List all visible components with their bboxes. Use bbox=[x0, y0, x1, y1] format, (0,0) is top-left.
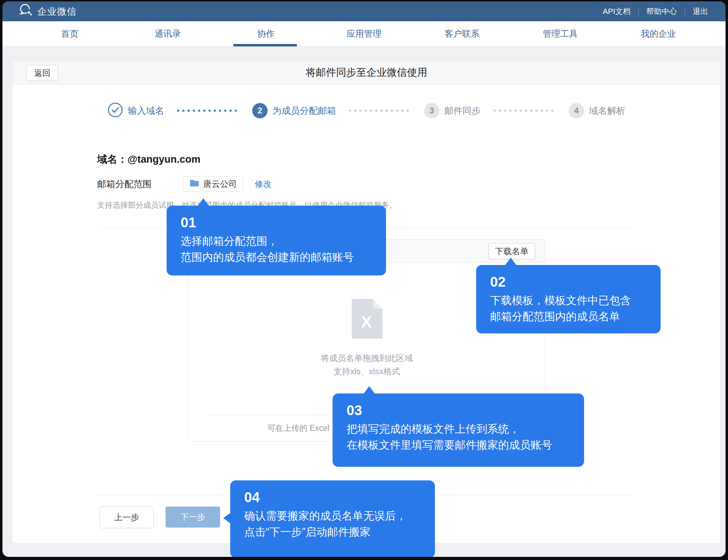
tab-home[interactable]: 首页 bbox=[21, 21, 119, 46]
main-nav: 首页 通讯录 协作 应用管理 客户联系 管理工具 我的企业 bbox=[2, 21, 726, 46]
divider bbox=[638, 8, 639, 15]
step-label: 输入域名 bbox=[128, 105, 164, 117]
modify-link[interactable]: 修改 bbox=[255, 178, 271, 190]
step-number-badge: 2 bbox=[252, 103, 268, 118]
stepper-connector bbox=[177, 109, 240, 112]
step-label: 域名解析 bbox=[589, 105, 625, 117]
logout-link[interactable]: 退出 bbox=[691, 6, 709, 17]
domain-value: @tangyun.com bbox=[128, 154, 201, 165]
active-tab-underline bbox=[233, 44, 297, 46]
domain-label: 域名： bbox=[97, 154, 128, 165]
help-center-link[interactable]: 帮助中心 bbox=[645, 6, 678, 17]
download-list-button[interactable]: 下载名单 bbox=[488, 243, 535, 259]
drop-instruction: 将成员名单拖拽到此区域 bbox=[189, 353, 545, 364]
guide-tooltip-02: 02 下载模板，模板文件中已包含 邮箱分配范围内的成员名单 bbox=[476, 265, 661, 333]
window-frame: 企业微信 API文档 帮助中心 退出 首页 通讯录 协作 应用管理 客户联系 管… bbox=[0, 0, 728, 560]
folder-icon bbox=[190, 179, 199, 189]
scope-department-chip[interactable]: 唐云公司 bbox=[183, 176, 243, 192]
tooltip-arrow-left bbox=[223, 513, 231, 524]
tooltip-arrow-up bbox=[197, 198, 209, 206]
tooltip-text: 在模板文件里填写需要邮件搬家的成员账号 bbox=[347, 437, 570, 453]
tooltip-number: 04 bbox=[244, 489, 421, 505]
step-assign-mailbox: 2 为成员分配邮箱 bbox=[252, 103, 336, 118]
guide-tooltip-03: 03 把填写完成的模板文件上传到系统， 在模板文件里填写需要邮件搬家的成员账号 bbox=[333, 393, 584, 467]
guide-tooltip-01: 01 选择邮箱分配范围， 范围内的成员都会创建新的邮箱账号 bbox=[167, 206, 386, 275]
panel-footer-note: 可在上传的 Excel bbox=[267, 423, 329, 434]
brand-logo[interactable]: 企业微信 bbox=[19, 3, 77, 19]
step-domain-resolution: 4 域名解析 bbox=[569, 103, 625, 118]
tooltip-text: 点击“下一步”启动邮件搬家 bbox=[244, 524, 421, 540]
tab-contacts[interactable]: 通讯录 bbox=[119, 21, 217, 46]
scope-department-name: 唐云公司 bbox=[203, 178, 237, 190]
tooltip-text: 把填写完成的模板文件上传到系统， bbox=[347, 421, 570, 437]
tooltip-arrow-up bbox=[505, 258, 517, 266]
step-mail-sync: 3 邮件同步 bbox=[424, 103, 481, 118]
topbar: 企业微信 API文档 帮助中心 退出 bbox=[2, 1, 726, 21]
wizard-stepper: 输入域名 2 为成员分配邮箱 3 邮件同步 4 域名解析 bbox=[13, 102, 720, 119]
tooltip-text: 确认需要搬家的成员名单无误后， bbox=[244, 508, 421, 524]
tooltip-text: 范围内的成员都会创建新的邮箱账号 bbox=[181, 249, 372, 265]
tooltip-number: 02 bbox=[490, 274, 647, 290]
app-screen: 企业微信 API文档 帮助中心 退出 首页 通讯录 协作 应用管理 客户联系 管… bbox=[2, 1, 726, 557]
scope-label: 邮箱分配范围 bbox=[97, 178, 152, 190]
check-circle-icon bbox=[108, 102, 123, 119]
tooltip-number: 01 bbox=[181, 215, 372, 230]
step-number-badge: 3 bbox=[424, 103, 439, 118]
tooltip-number: 03 bbox=[347, 403, 570, 418]
step-enter-domain: 输入域名 bbox=[108, 102, 164, 119]
brand-name: 企业微信 bbox=[37, 5, 77, 18]
step-number-badge: 4 bbox=[569, 103, 584, 118]
stepper-connector bbox=[349, 109, 412, 112]
tab-management-tools[interactable]: 管理工具 bbox=[511, 21, 609, 46]
mailbox-scope-row: 邮箱分配范围 唐云公司 修改 bbox=[97, 176, 271, 192]
tooltip-arrow-up bbox=[363, 386, 375, 394]
divider bbox=[685, 8, 685, 15]
excel-file-icon: X bbox=[352, 299, 383, 340]
tab-collaboration[interactable]: 协作 bbox=[217, 21, 315, 46]
step-label: 邮件同步 bbox=[444, 105, 481, 117]
stepper-connector bbox=[493, 109, 556, 112]
tab-my-company[interactable]: 我的企业 bbox=[609, 21, 707, 46]
step-label: 为成员分配邮箱 bbox=[272, 105, 336, 117]
tooltip-text: 邮箱分配范围内的成员名单 bbox=[490, 309, 647, 325]
page-title: 将邮件同步至企业微信使用 bbox=[13, 61, 720, 84]
wechat-work-icon bbox=[19, 3, 33, 19]
tab-customer-contact[interactable]: 客户联系 bbox=[413, 21, 511, 46]
topbar-links: API文档 帮助中心 退出 bbox=[602, 6, 709, 17]
tooltip-text: 下载模板，模板文件中已包含 bbox=[490, 293, 647, 309]
next-step-button[interactable]: 下一步 bbox=[166, 507, 220, 528]
guide-tooltip-04: 04 确认需要搬家的成员名单无误后， 点击“下一步”启动邮件搬家 bbox=[230, 480, 435, 557]
file-letter: X bbox=[361, 313, 372, 331]
tab-app-management[interactable]: 应用管理 bbox=[315, 21, 413, 46]
api-docs-link[interactable]: API文档 bbox=[602, 6, 632, 17]
previous-step-button[interactable]: 上一步 bbox=[100, 507, 154, 528]
tooltip-text: 选择邮箱分配范围， bbox=[181, 233, 372, 249]
domain-line: 域名：@tangyun.com bbox=[97, 153, 201, 167]
drop-format-hint: 支持xls、xlsx格式 bbox=[189, 366, 545, 377]
